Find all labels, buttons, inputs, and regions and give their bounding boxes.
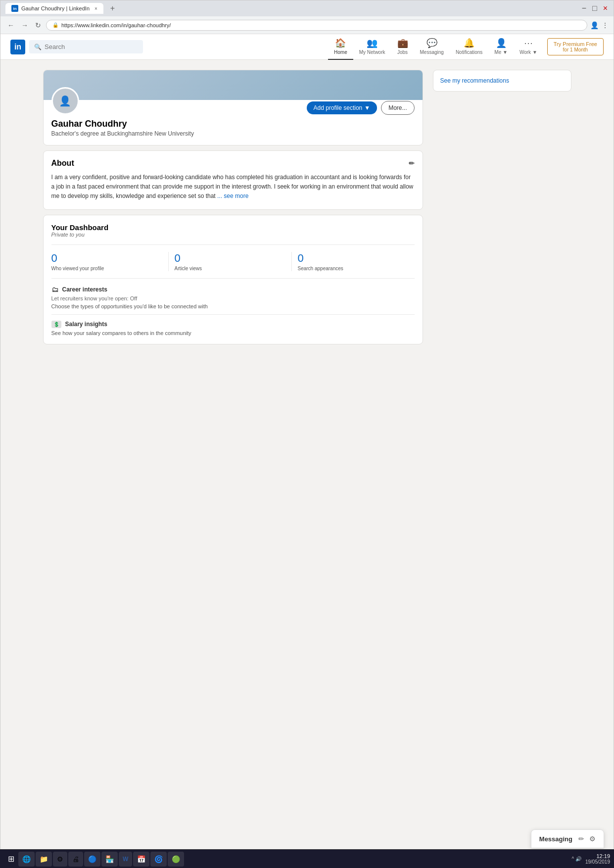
new-tab-button[interactable]: +	[107, 4, 118, 13]
profile-header-card: 👤 Add profile section ▼ More... Gauhar C…	[43, 70, 423, 145]
nav-home[interactable]: 🏠 Home	[328, 34, 353, 60]
more-button[interactable]: More...	[381, 101, 414, 115]
about-edit-button[interactable]: ✏	[409, 159, 415, 167]
taskbar-item-hp[interactable]: 🖨	[68, 852, 83, 867]
taskbar-item-chrome2[interactable]: 🌀	[150, 852, 167, 867]
nav-my-network[interactable]: 👥 My Network	[353, 34, 391, 60]
salary-icon: 💲	[51, 321, 61, 328]
home-icon: 🏠	[335, 38, 346, 48]
avatar: 👤	[51, 87, 79, 115]
taskbar-clock: 12:19 19/05/2019	[585, 853, 610, 865]
start-button[interactable]: ⊞	[4, 854, 18, 864]
dashboard-title: Your Dashboard	[51, 223, 415, 232]
linkedin-logo: in	[10, 40, 25, 54]
back-button[interactable]: ←	[5, 20, 16, 30]
stat-search-appearances[interactable]: 0 Search appearances	[292, 252, 415, 271]
career-desc: Choose the types of opportunities you'd …	[51, 303, 415, 309]
taskbar-calendar-icon: 📅	[137, 855, 145, 863]
tab-favicon: in	[11, 5, 18, 12]
linkedin-header: in 🔍 🏠 Home 👥 My Network 💼 Jobs	[0, 34, 614, 60]
taskbar-item-calendar[interactable]: 📅	[133, 852, 149, 867]
stat-profile-views[interactable]: 0 Who viewed your profile	[51, 252, 169, 271]
left-column: 👤 Add profile section ▼ More... Gauhar C…	[43, 70, 423, 344]
taskbar-item-explorer[interactable]: 📁	[36, 852, 52, 867]
tab-close-button[interactable]: ×	[94, 6, 97, 11]
about-card: About ✏ I am a very confident, positive …	[43, 150, 423, 210]
profile-icon[interactable]: 👤	[590, 21, 599, 29]
profile-actions: Add profile section ▼ More...	[307, 101, 415, 115]
minimize-button[interactable]: −	[581, 4, 587, 13]
taskbar-spotify-icon: 🟢	[172, 855, 180, 863]
taskbar-tray: ^ 🔊	[571, 856, 581, 862]
nav-me[interactable]: 👤 Me ▼	[488, 34, 514, 60]
network-icon: 👥	[367, 38, 378, 48]
dashboard-subtitle: Private to you	[51, 232, 415, 238]
address-bar[interactable]: 🔒 https://www.linkedin.com/in/gauhar-cho…	[46, 20, 587, 31]
taskbar-date: 19/05/2019	[585, 859, 610, 865]
profile-avatar-row: 👤 Add profile section ▼ More...	[51, 86, 415, 115]
close-button[interactable]: ×	[602, 4, 609, 13]
nav-work[interactable]: ⋯ Work ▼	[514, 34, 543, 60]
profile-name: Gauhar Choudhry	[51, 119, 415, 129]
search-container: 🔍	[29, 40, 143, 53]
salary-insights-section: 💲 Salary insights See how your salary co…	[51, 314, 415, 336]
nav-notifications[interactable]: 🔔 Notifications	[450, 34, 488, 60]
messaging-bar-label: Messaging	[539, 835, 572, 843]
main-content: 👤 Add profile section ▼ More... Gauhar C…	[35, 70, 579, 344]
taskbar-item-settings[interactable]: ⚙	[53, 852, 67, 867]
me-icon: 👤	[496, 38, 507, 48]
taskbar-item-store[interactable]: 🏪	[101, 852, 118, 867]
career-interests-section: 🗂 Career interests Let recruiters know y…	[51, 278, 415, 309]
profile-views-label: Who viewed your profile	[51, 266, 162, 271]
career-title: Career interests	[62, 286, 107, 293]
nav-home-label: Home	[334, 49, 347, 55]
taskbar-item-browser[interactable]: 🌐	[18, 852, 35, 867]
browser-tab[interactable]: in Gauhar Choudhry | LinkedIn ×	[5, 3, 103, 14]
maximize-button[interactable]: □	[591, 4, 598, 13]
browser-nav-icons: 👤 ⋮	[590, 21, 609, 29]
add-profile-section-label: Add profile section	[314, 104, 363, 111]
search-input[interactable]	[45, 43, 138, 50]
taskbar-item-word[interactable]: W	[119, 852, 132, 867]
taskbar-settings-icon: ⚙	[57, 855, 63, 863]
nav-network-label: My Network	[359, 49, 385, 55]
recommendations-card: See my recommendations	[433, 70, 571, 92]
forward-button[interactable]: →	[19, 20, 30, 30]
search-icon: 🔍	[34, 44, 42, 50]
taskbar-item-spotify[interactable]: 🟢	[168, 852, 184, 867]
dropdown-arrow-icon: ▼	[364, 104, 370, 111]
taskbar-item-chrome[interactable]: 🔵	[84, 852, 100, 867]
premium-button[interactable]: Try Premium Free for 1 Month	[547, 38, 604, 55]
profile-info: 👤 Add profile section ▼ More... Gauhar C…	[44, 86, 423, 145]
taskbar-items: 🌐 📁 ⚙ 🖨 🔵 🏪 W 📅 🌀 🟢	[18, 852, 571, 867]
add-profile-section-button[interactable]: Add profile section ▼	[307, 101, 378, 114]
taskbar-browser-icon: 🌐	[22, 855, 31, 863]
browser-frame: in Gauhar Choudhry | LinkedIn × + − □ × …	[0, 0, 614, 868]
notifications-icon: 🔔	[464, 38, 474, 48]
article-views-label: Article views	[175, 266, 285, 271]
nav-jobs[interactable]: 💼 Jobs	[391, 34, 414, 60]
messaging-edit-icon[interactable]: ✏	[578, 835, 584, 843]
salary-title: Salary insights	[65, 321, 107, 328]
messaging-bar[interactable]: Messaging ✏ ⚙	[531, 829, 604, 848]
right-column: See my recommendations	[433, 70, 571, 344]
window-controls: − □ ×	[581, 4, 609, 13]
url-text: https://www.linkedin.com/in/gauhar-choud…	[61, 22, 171, 28]
messaging-settings-icon[interactable]: ⚙	[589, 835, 596, 843]
menu-icon[interactable]: ⋮	[602, 21, 609, 29]
refresh-button[interactable]: ↻	[33, 20, 43, 30]
tab-title: Gauhar Choudhry | LinkedIn	[21, 5, 90, 11]
premium-sub: for 1 Month	[554, 47, 597, 52]
browser-titlebar: in Gauhar Choudhry | LinkedIn × + − □ ×	[0, 0, 614, 16]
nav-messaging[interactable]: 💬 Messaging	[414, 34, 450, 60]
jobs-icon: 💼	[397, 38, 408, 48]
recommendations-link[interactable]: See my recommendations	[440, 77, 509, 84]
windows-taskbar: ⊞ 🌐 📁 ⚙ 🖨 🔵 🏪 W 📅 🌀 🟢	[0, 849, 614, 868]
browser-navbar: ← → ↻ 🔒 https://www.linkedin.com/in/gauh…	[0, 16, 614, 34]
see-more-link[interactable]: ... see more	[217, 193, 248, 199]
profile-views-number: 0	[51, 252, 162, 265]
stat-article-views[interactable]: 0 Article views	[169, 252, 292, 271]
linkedin-nav: 🏠 Home 👥 My Network 💼 Jobs 💬 Messaging 🔔	[328, 34, 604, 60]
salary-insights-header: 💲 Salary insights	[51, 321, 415, 328]
premium-label: Try Premium Free	[554, 41, 597, 47]
